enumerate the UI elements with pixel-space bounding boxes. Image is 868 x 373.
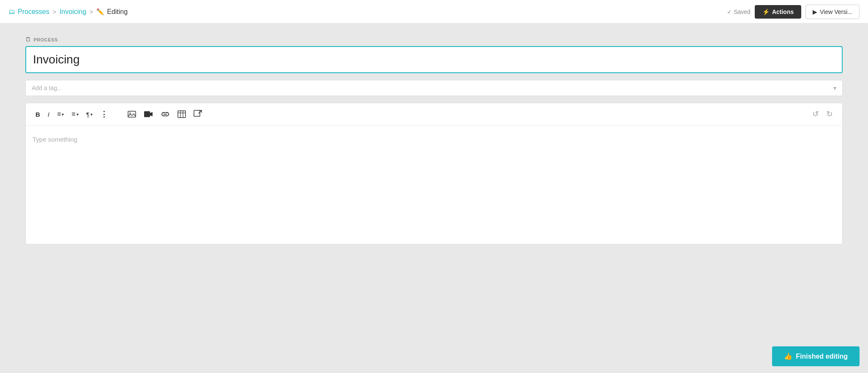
ordered-list-arrow: ▾ (62, 112, 64, 117)
saved-text: Saved (734, 8, 751, 15)
table-button[interactable] (175, 108, 189, 120)
image-icon (128, 111, 136, 118)
editor-placeholder: Type something (33, 136, 77, 143)
unordered-list-button[interactable]: ≡ ▾ (68, 108, 81, 120)
bolt-icon: ⚡ (762, 8, 770, 15)
more-button[interactable]: ⋮ (97, 107, 111, 121)
redo-button[interactable]: ↻ (823, 107, 835, 121)
finished-editing-button[interactable]: 👍 Finished editing (772, 346, 860, 366)
image-button[interactable] (125, 109, 139, 120)
view-version-button[interactable]: ▶ View Versi... (805, 5, 860, 19)
process-label-icon: 🗒 (25, 36, 31, 43)
process-section-label: 🗒 PROCESS (25, 36, 843, 43)
finished-editing-bar: 👍 Finished editing (0, 340, 868, 373)
play-icon: ▶ (813, 8, 817, 15)
breadcrumb-sep-2: > (90, 8, 93, 15)
processes-label: Processes (18, 8, 49, 16)
unordered-list-icon: ≡ (71, 110, 75, 118)
pencil-icon: ✏️ (96, 8, 104, 16)
toolbar-undo-redo: ↺ ↻ (809, 107, 835, 121)
paragraph-button[interactable]: ¶ ▾ (83, 109, 96, 120)
ordered-list-icon: ≡ (57, 110, 61, 118)
actions-label: Actions (772, 8, 794, 15)
editor-toolbar: B I ≡ ▾ ≡ ▾ ¶ ▾ ⋮ (26, 103, 842, 126)
editing-label: Editing (107, 8, 128, 16)
video-icon (144, 111, 153, 118)
breadcrumb: 🗂 Processes > Invoicing > ✏️ Editing (8, 8, 128, 16)
embed-icon (194, 110, 202, 118)
undo-button[interactable]: ↺ (809, 107, 822, 121)
editor-container: B I ≡ ▾ ≡ ▾ ¶ ▾ ⋮ (25, 103, 843, 244)
chevron-down-icon: ▾ (833, 85, 836, 91)
redo-icon: ↻ (826, 110, 833, 119)
processes-icon: 🗂 (8, 8, 15, 16)
view-version-label: View Versi... (820, 8, 852, 15)
paragraph-icon: ¶ (86, 111, 90, 118)
top-bar-actions: ✓ Saved ⚡ Actions ▶ View Versi... (727, 5, 860, 19)
svg-rect-2 (144, 111, 150, 117)
svg-rect-3 (178, 111, 186, 118)
table-icon (177, 110, 186, 118)
italic-label: I (48, 111, 49, 118)
process-name-input[interactable] (25, 46, 843, 73)
link-button[interactable] (158, 109, 173, 119)
finished-editing-label: Finished editing (796, 353, 848, 360)
breadcrumb-invoicing[interactable]: Invoicing (60, 8, 86, 16)
video-button[interactable] (141, 109, 156, 120)
breadcrumb-editing: ✏️ Editing (96, 8, 128, 16)
toolbar-divider-1 (115, 110, 121, 118)
svg-point-1 (129, 112, 131, 114)
breadcrumb-processes[interactable]: 🗂 Processes (8, 8, 49, 16)
process-label-text: PROCESS (34, 37, 58, 42)
bold-label: B (35, 111, 40, 118)
top-bar: 🗂 Processes > Invoicing > ✏️ Editing ✓ S… (0, 0, 868, 24)
main-content: 🗒 PROCESS Add a tag... ▾ B I ≡ ▾ ≡ ▾ (0, 24, 868, 340)
ordered-list-button[interactable]: ≡ ▾ (54, 108, 67, 120)
thumbs-up-icon: 👍 (784, 352, 792, 360)
svg-rect-0 (128, 111, 136, 117)
more-icon: ⋮ (100, 110, 108, 119)
editor-body[interactable]: Type something (26, 126, 842, 244)
saved-status: ✓ Saved (727, 8, 751, 15)
link-icon (161, 111, 170, 117)
undo-icon: ↺ (812, 110, 819, 119)
bold-button[interactable]: B (33, 109, 43, 120)
unordered-list-arrow: ▾ (76, 112, 79, 117)
italic-button[interactable]: I (45, 109, 52, 120)
paragraph-arrow: ▾ (90, 112, 93, 117)
actions-button[interactable]: ⚡ Actions (755, 5, 801, 19)
breadcrumb-sep-1: > (53, 8, 56, 15)
check-icon: ✓ (727, 8, 732, 15)
tag-input-container[interactable]: Add a tag... ▾ (25, 80, 843, 96)
embed-button[interactable] (191, 108, 205, 121)
tag-placeholder: Add a tag... (32, 85, 62, 91)
